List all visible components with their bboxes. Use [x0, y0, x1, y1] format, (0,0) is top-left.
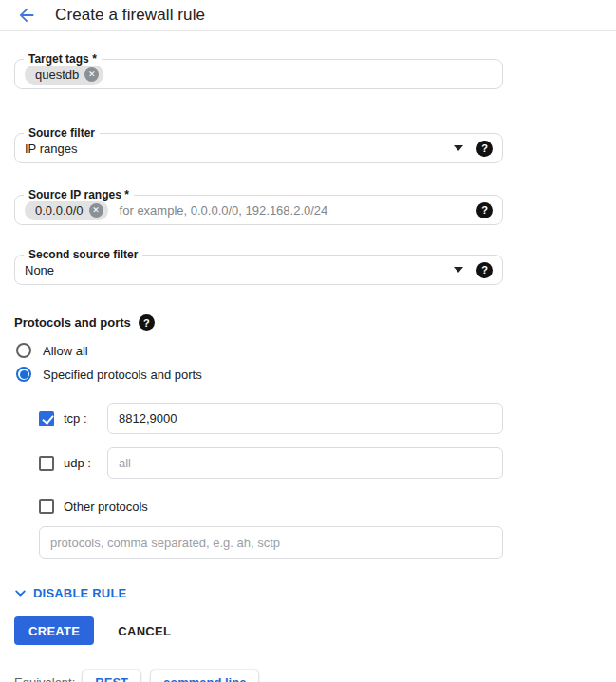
command-line-button[interactable]: command line — [151, 670, 258, 682]
target-tags-field[interactable]: Target tags * questdb ✕ — [14, 59, 503, 89]
chip-label: 0.0.0.0/0 — [35, 203, 84, 218]
source-filter-select[interactable]: Source filter IP ranges ? — [14, 133, 503, 163]
page-header: Create a firewall rule — [0, 0, 616, 31]
udp-label: udp : — [64, 456, 107, 470]
help-icon[interactable]: ? — [476, 262, 493, 278]
udp-checkbox[interactable] — [39, 456, 54, 471]
chevron-down-icon — [14, 587, 27, 599]
disable-rule-label: DISABLE RULE — [33, 586, 126, 600]
udp-ports-input[interactable] — [107, 447, 503, 479]
action-buttons: CREATE CANCEL — [14, 616, 503, 645]
page-title: Create a firewall rule — [55, 6, 205, 25]
other-protocols-row[interactable]: Other protocols — [39, 499, 503, 514]
disable-rule-toggle[interactable]: DISABLE RULE — [14, 586, 126, 600]
target-tags-label: Target tags * — [24, 52, 102, 66]
rest-button[interactable]: REST — [83, 670, 140, 682]
chip-remove-icon[interactable]: ✕ — [84, 67, 99, 82]
specified-option[interactable]: Specified protocols and ports — [16, 367, 503, 382]
source-ip-ranges-field[interactable]: Source IP ranges * 0.0.0.0/0 ✕ for examp… — [14, 195, 503, 225]
help-icon[interactable]: ? — [476, 141, 493, 157]
source-ip-placeholder: for example, 0.0.0.0/0, 192.168.2.0/24 — [120, 203, 328, 218]
protocols-ports-heading-text: Protocols and ports — [14, 315, 131, 330]
chip-label: questdb — [35, 67, 79, 82]
source-filter-value: IP ranges — [25, 142, 77, 156]
tcp-row: tcp : — [39, 403, 503, 434]
equivalent-label: Equivalent: — [14, 675, 75, 682]
allow-all-radio[interactable] — [16, 343, 31, 358]
help-icon[interactable]: ? — [139, 314, 155, 331]
other-protocols-label: Other protocols — [64, 500, 148, 514]
other-protocols-checkbox[interactable] — [39, 499, 54, 514]
tcp-ports-input[interactable] — [107, 403, 503, 434]
tcp-label: tcp : — [64, 411, 107, 426]
second-source-filter-value: None — [25, 263, 54, 277]
create-button[interactable]: CREATE — [14, 616, 94, 645]
specified-label: Specified protocols and ports — [43, 368, 202, 382]
equivalent-row: Equivalent: REST command line — [14, 670, 503, 682]
cancel-button[interactable]: CANCEL — [118, 624, 171, 638]
second-source-filter-label: Second source filter — [24, 248, 142, 261]
other-protocols-input[interactable] — [39, 526, 503, 559]
udp-row: udp : — [39, 447, 503, 479]
specified-radio[interactable] — [16, 367, 31, 382]
protocols-ports-heading: Protocols and ports ? — [14, 314, 503, 331]
source-ip-chip: 0.0.0.0/0 ✕ — [25, 200, 108, 220]
back-arrow-icon[interactable] — [15, 4, 38, 27]
target-tag-chip: questdb ✕ — [25, 65, 103, 85]
chevron-down-icon[interactable] — [454, 145, 463, 151]
source-ip-ranges-label: Source IP ranges * — [24, 188, 134, 201]
allow-all-label: Allow all — [43, 344, 88, 358]
tcp-checkbox[interactable] — [39, 411, 54, 426]
source-filter-label: Source filter — [24, 126, 100, 140]
chevron-down-icon[interactable] — [454, 267, 463, 273]
allow-all-option[interactable]: Allow all — [16, 343, 503, 358]
chip-remove-icon[interactable]: ✕ — [89, 203, 103, 218]
help-icon[interactable]: ? — [476, 202, 493, 218]
second-source-filter-select[interactable]: Second source filter None ? — [14, 255, 503, 285]
